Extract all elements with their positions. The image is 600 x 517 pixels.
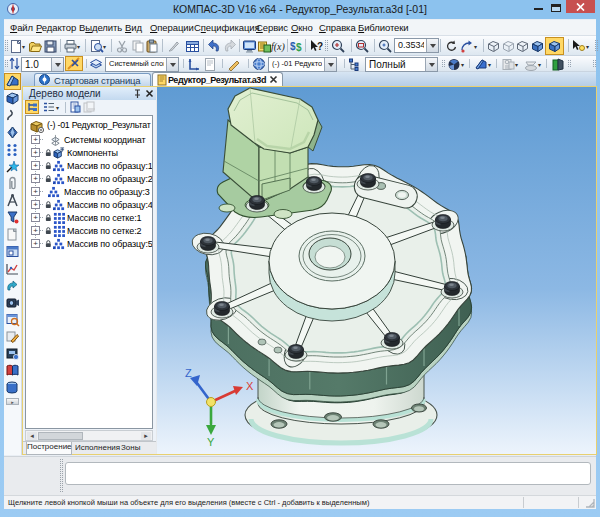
svg-text:$: $ [296,42,302,53]
svg-text:Y: Y [207,436,215,448]
svg-text:f(x): f(x) [271,41,286,53]
svg-text:?: ? [317,41,323,52]
svg-text:Z: Z [185,367,192,379]
svg-text:X: X [246,380,254,392]
